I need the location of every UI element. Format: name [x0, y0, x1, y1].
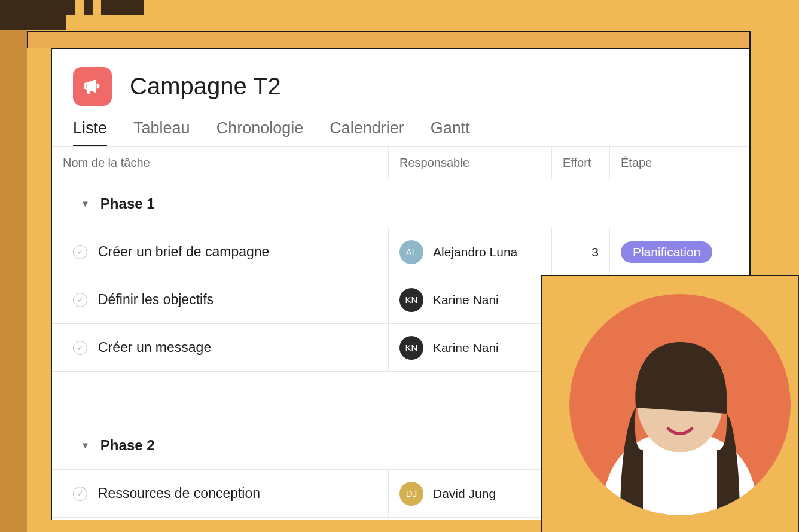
section-title: Phase 2: [100, 437, 155, 454]
section-header-phase-1[interactable]: ▼ Phase 1: [52, 179, 749, 228]
responsible-cell[interactable]: KN Karine Nani: [388, 324, 551, 371]
task-name-cell: ✓ Définir les objectifs: [52, 276, 388, 323]
decorative-block: [0, 30, 27, 532]
decorative-block: [75, 0, 84, 15]
column-header-responsible[interactable]: Responsable: [388, 147, 551, 179]
avatar: KN: [399, 288, 423, 312]
presenter-overlay: [541, 275, 798, 532]
task-name: Créer un brief de campagne: [98, 244, 269, 260]
decorative-block: [93, 0, 101, 15]
megaphone-icon: [83, 78, 103, 96]
responsible-cell[interactable]: KN Karine Nani: [388, 276, 551, 323]
responsible-name: Karine Nani: [433, 341, 499, 355]
column-header-stage[interactable]: Étape: [609, 147, 749, 179]
tab-tableau[interactable]: Tableau: [133, 119, 190, 146]
project-header: Campagne T2: [52, 49, 749, 119]
column-header-name[interactable]: Nom de la tâche: [52, 147, 388, 179]
task-name-cell: ✓ Créer un message: [52, 324, 388, 371]
complete-task-icon[interactable]: ✓: [73, 341, 87, 355]
section-title: Phase 1: [100, 195, 155, 212]
complete-task-icon[interactable]: ✓: [73, 293, 87, 307]
tab-liste[interactable]: Liste: [73, 119, 107, 146]
stage-pill: Planification: [621, 241, 712, 263]
responsible-cell[interactable]: AL Alejandro Luna: [388, 228, 551, 276]
decorative-block: [27, 31, 751, 48]
responsible-name: Karine Nani: [433, 293, 499, 307]
tab-calendrier[interactable]: Calendrier: [330, 119, 404, 146]
responsible-cell[interactable]: DJ David Jung: [388, 470, 551, 517]
responsible-name: Alejandro Luna: [433, 245, 517, 259]
svg-point-1: [94, 83, 99, 88]
decorative-block: [0, 0, 66, 30]
task-row[interactable]: ✓ Créer un brief de campagne AL Alejandr…: [52, 228, 749, 276]
avatar: DJ: [399, 482, 423, 506]
task-name-cell: ✓ Ressources de conception: [52, 470, 388, 517]
task-name: Définir les objectifs: [98, 292, 214, 308]
project-icon-megaphone: [73, 67, 112, 106]
svg-rect-2: [87, 89, 90, 94]
view-tabs: Liste Tableau Chronologie Calendrier Gan…: [52, 119, 749, 146]
column-header-effort[interactable]: Effort: [551, 147, 609, 179]
tab-gantt[interactable]: Gantt: [431, 119, 470, 146]
column-headers: Nom de la tâche Responsable Effort Étape: [52, 146, 749, 179]
avatar: KN: [399, 336, 423, 360]
tab-chronologie[interactable]: Chronologie: [216, 119, 304, 146]
project-title: Campagne T2: [130, 73, 281, 100]
responsible-name: David Jung: [433, 487, 496, 501]
effort-cell[interactable]: 3: [551, 228, 609, 276]
task-name: Ressources de conception: [98, 485, 260, 502]
complete-task-icon[interactable]: ✓: [73, 487, 87, 501]
task-name: Créer un message: [98, 340, 211, 356]
chevron-down-icon: ▼: [81, 440, 90, 450]
svg-rect-0: [84, 83, 87, 89]
avatar: AL: [399, 240, 423, 264]
presenter-avatar: [569, 294, 791, 515]
complete-task-icon[interactable]: ✓: [73, 245, 87, 259]
task-name-cell: ✓ Créer un brief de campagne: [52, 228, 388, 276]
person-silhouette-icon: [578, 336, 782, 515]
chevron-down-icon: ▼: [81, 198, 90, 209]
stage-cell[interactable]: Planification: [609, 228, 749, 276]
